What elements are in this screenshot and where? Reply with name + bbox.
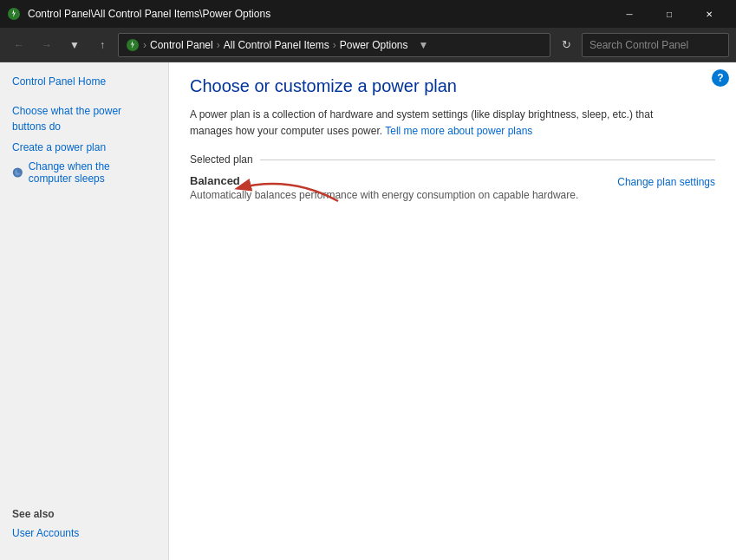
change-plan-link[interactable]: Change plan settings [617,176,715,188]
titlebar-icon [7,7,21,21]
sidebar: Control Panel Home Choose what the power… [0,62,169,560]
path-segment-1[interactable]: Control Panel [150,39,213,51]
address-path[interactable]: › Control Panel › All Control Panel Item… [118,33,550,57]
sidebar-bottom: See also User Accounts [0,499,168,551]
path-segment-3[interactable]: Power Options [340,39,408,51]
path-separator-2: › [217,39,220,51]
path-separator-1: › [143,39,147,51]
sidebar-item-home[interactable]: Control Panel Home [0,71,168,92]
sidebar-item-change-sleep[interactable]: Change when the computer sleeps [0,158,168,187]
plan-name: Balanced [190,174,617,187]
page-title: Choose or customize a power plan [190,76,715,96]
recent-locations-button[interactable]: ▼ [62,33,87,57]
sidebar-item-user-accounts[interactable]: User Accounts [12,524,156,543]
sleep-icon [12,166,23,179]
content-description: A power plan is a collection of hardware… [190,107,684,140]
close-button[interactable]: ✕ [689,0,729,28]
search-box[interactable] [582,33,729,57]
path-segment-2[interactable]: All Control Panel Items [224,39,329,51]
section-divider [260,160,715,160]
search-input[interactable] [589,39,720,51]
path-separator-3: › [333,39,336,51]
maximize-button[interactable]: □ [649,0,689,28]
main-area: Control Panel Home Choose what the power… [0,62,736,560]
content-area: ? Choose or customize a power plan A pow… [169,62,736,560]
sidebar-item-change-sleep-label: Change when the computer sleeps [29,160,156,185]
addressbar: ← → ▼ ↑ › Control Panel › All Control Pa… [0,28,736,62]
forward-button[interactable]: → [35,33,59,57]
plan-row: Balanced Automatically balances performa… [190,174,715,201]
plan-description: Automatically balances performance with … [190,189,617,201]
svg-point-6 [17,169,22,173]
learn-more-link[interactable]: Tell me more about power plans [385,125,532,137]
path-icon [126,38,140,52]
help-button[interactable]: ? [712,69,729,87]
titlebar-title: Control Panel\All Control Panel Items\Po… [28,8,609,20]
section-header: Selected plan [190,153,715,166]
path-dropdown-button[interactable]: ▼ [414,33,432,57]
see-also-label: See also [12,508,156,520]
sidebar-item-create-plan[interactable]: Create a power plan [0,137,168,158]
plan-info: Balanced Automatically balances performa… [190,174,617,201]
back-button[interactable]: ← [7,33,31,57]
titlebar: Control Panel\All Control Panel Items\Po… [0,0,736,28]
up-button[interactable]: ↑ [90,33,114,57]
minimize-button[interactable]: ─ [609,0,649,28]
selected-plan-label: Selected plan [190,153,253,166]
sidebar-item-power-buttons[interactable]: Choose what the power buttons do [0,101,168,137]
refresh-button[interactable]: ↻ [554,33,578,57]
titlebar-controls: ─ □ ✕ [609,0,729,28]
